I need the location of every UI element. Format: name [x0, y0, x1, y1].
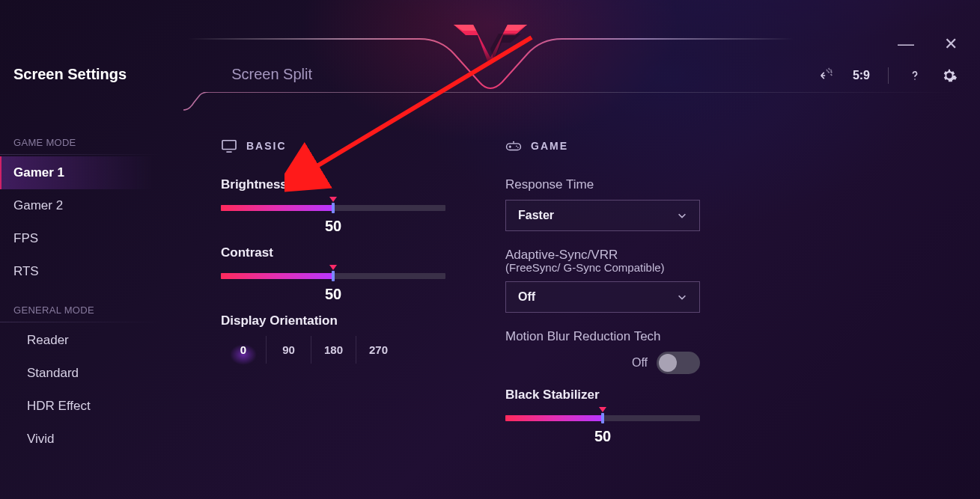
contrast-label: Contrast [221, 245, 445, 260]
tab-screen-settings[interactable]: Screen Settings [13, 66, 127, 91]
basic-section-label: BASIC [246, 140, 287, 152]
crosshair-icon[interactable] [818, 67, 835, 84]
black-stabilizer-value: 50 [505, 428, 700, 445]
svg-point-3 [513, 141, 514, 143]
help-icon[interactable] [907, 67, 923, 84]
adaptive-sync-label: Adaptive-Sync/VRR [505, 248, 730, 263]
sidebar-item-gamer2[interactable]: Gamer 2 [0, 189, 180, 222]
chevron-down-icon [677, 292, 687, 302]
adaptive-sync-selected: Off [518, 290, 535, 304]
contrast-value: 50 [221, 286, 445, 303]
svg-rect-1 [222, 141, 236, 150]
divider [0, 322, 180, 322]
game-section-label: GAME [531, 140, 568, 152]
gamepad-icon [505, 138, 522, 153]
svg-rect-2 [507, 144, 521, 150]
sidebar-item-vivid[interactable]: Vivid [0, 423, 180, 456]
sidebar: GAME MODE Gamer 1 Gamer 2 FPS RTS GENERA… [0, 131, 180, 456]
orientation-option-180[interactable]: 180 [311, 336, 356, 364]
contrast-slider[interactable] [221, 268, 445, 280]
response-time-selected: Faster [518, 209, 554, 222]
svg-point-5 [517, 147, 519, 149]
motion-blur-state-label: Off [632, 356, 648, 370]
motion-blur-label: Motion Blur Reduction Tech [505, 329, 730, 344]
sidebar-heading-game-mode: GAME MODE [0, 131, 180, 153]
black-stabilizer-label: Black Stabilizer [505, 388, 730, 402]
orientation-option-0[interactable]: 0 [221, 336, 266, 364]
sidebar-item-hdr-effect[interactable]: HDR Effect [0, 390, 180, 423]
toolbar-separator [888, 67, 889, 84]
orientation-option-270[interactable]: 270 [356, 336, 401, 364]
brightness-value: 50 [221, 218, 445, 235]
display-orientation-label: Display Orientation [221, 313, 445, 328]
adaptive-sync-select[interactable]: Off [505, 281, 700, 313]
aspect-ratio-button[interactable]: 5:9 [853, 69, 870, 82]
brightness-label: Brightness [221, 177, 445, 192]
sidebar-item-standard[interactable]: Standard [0, 357, 180, 390]
response-time-select[interactable]: Faster [505, 200, 700, 231]
gear-icon[interactable] [941, 67, 958, 84]
display-orientation-segmented: 0 90 180 270 [221, 336, 445, 364]
brightness-slider[interactable] [221, 200, 445, 212]
orientation-option-90[interactable]: 90 [266, 336, 311, 364]
basic-section: BASIC Brightness 50 Contrast 50 Display … [221, 138, 445, 484]
svg-point-0 [914, 79, 916, 80]
tab-underline [183, 92, 962, 111]
sidebar-item-gamer1[interactable]: Gamer 1 [0, 156, 180, 189]
minimize-button[interactable]: — [898, 36, 914, 52]
game-section: GAME Response Time Faster Adaptive-Sync/… [505, 138, 730, 484]
sidebar-item-reader[interactable]: Reader [0, 324, 180, 357]
sidebar-heading-general-mode: GENERAL MODE [0, 299, 180, 320]
brand-logo [449, 11, 532, 85]
chevron-down-icon [677, 210, 687, 221]
motion-blur-toggle[interactable] [657, 352, 700, 374]
adaptive-sync-sublabel: (FreeSync/ G-Sync Compatible) [505, 261, 730, 274]
svg-point-4 [516, 146, 517, 147]
monitor-icon [221, 138, 237, 153]
close-button[interactable]: ✕ [944, 36, 958, 52]
sidebar-item-rts[interactable]: RTS [0, 255, 180, 288]
black-stabilizer-slider[interactable] [505, 410, 700, 422]
divider [0, 154, 180, 155]
response-time-label: Response Time [505, 177, 730, 192]
sidebar-item-fps[interactable]: FPS [0, 222, 180, 255]
tab-screen-split[interactable]: Screen Split [231, 66, 312, 91]
